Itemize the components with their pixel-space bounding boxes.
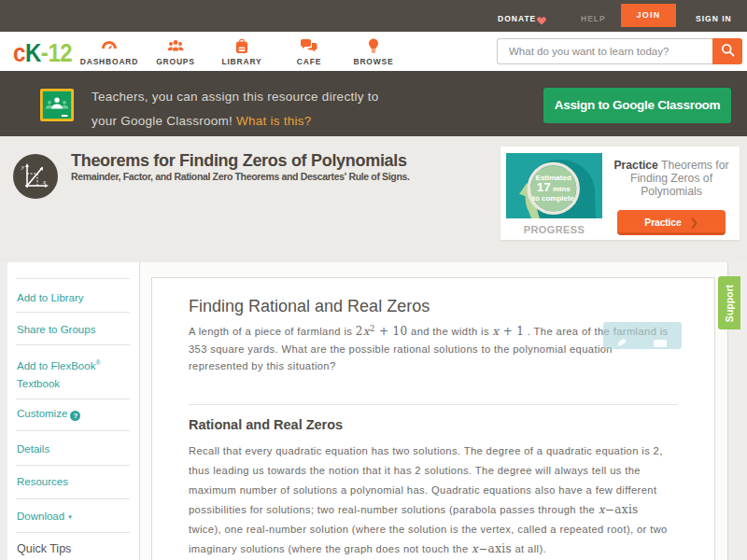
content-container: Add to Library Share to Groups Add to Fl… [7, 262, 728, 560]
support-tab[interactable]: Support [718, 276, 740, 329]
lesson-subtitle: Remainder, Factor, and Rational Zero The… [71, 171, 410, 182]
practice-thumbnail[interactable]: Estimated 17 mins to complete [506, 153, 602, 218]
caret-down-icon: ▾ [68, 513, 72, 520]
heart-icon [536, 12, 547, 29]
chevron-right-icon: ❯ [690, 217, 698, 228]
nav-item-label: GROUPS [138, 57, 213, 66]
practice-card: Estimated 17 mins to complete PROGRESS P… [500, 147, 740, 240]
subsection-title: Rational and Real Zeros [189, 417, 343, 432]
lesson-title: Theorems for Finding Zeros of Polynomial… [71, 151, 407, 171]
banner-text: Teachers, you can assign this resource d… [92, 85, 378, 133]
banner-line1: Teachers, you can assign this resource d… [92, 90, 378, 104]
sidebar-item-quick-tips[interactable]: Quick Tips [17, 540, 71, 559]
nav-item-label: CAFE [272, 57, 346, 66]
sidebar-divider [16, 465, 130, 466]
search-button[interactable] [712, 38, 742, 64]
nav-item-label: DASHBOARD [72, 57, 147, 66]
backpack-icon [204, 38, 279, 54]
nav-bar: cK-12 DASHBOARD GROUPS LIBRARY CAFE BROW… [0, 32, 747, 71]
practice-button[interactable]: Practice❯ [617, 210, 726, 235]
highlighter-icon[interactable] [616, 334, 627, 351]
sidebar-divider [16, 278, 130, 279]
content-area: Add to Library Share to Groups Add to Fl… [0, 262, 747, 560]
sidebar: Add to Library Share to Groups Add to Fl… [7, 262, 140, 560]
note-icon[interactable] [654, 334, 667, 351]
lesson-header-band: y x Theorems for Finding Zeros of Polyno… [0, 136, 747, 262]
polynomial-graph-icon: y x [13, 154, 58, 199]
section-divider [189, 404, 678, 405]
logo-letter-k: K [25, 39, 41, 67]
lesson-card: Finding Rational and Real Zeros A length… [151, 277, 715, 560]
nav-item-label: BROWSE [336, 57, 411, 66]
sidebar-item-add-to-flexbook[interactable]: Add to FlexBook®Textbook [17, 354, 101, 394]
sidebar-divider [16, 532, 130, 533]
gauge-icon [72, 38, 147, 54]
registered-mark: ® [95, 359, 100, 366]
inline-math: x−axis [472, 542, 512, 555]
logo-number: -12 [41, 39, 72, 67]
inline-math: 2x2 + 10 [356, 325, 408, 338]
practice-title-bold: Practice [613, 159, 657, 172]
nav-item-groups[interactable]: GROUPS [138, 38, 213, 66]
help-link[interactable]: HELP [581, 14, 606, 23]
nav-item-library[interactable]: LIBRARY [204, 38, 279, 66]
question-badge-icon: ? [70, 411, 80, 421]
sidebar-item-add-to-library[interactable]: Add to Library [17, 289, 84, 308]
sidebar-item-download[interactable]: Download▾ [17, 508, 72, 526]
banner-line2: your Google Classroom! [92, 114, 233, 128]
google-classroom-icon [40, 89, 74, 125]
sidebar-divider [16, 344, 130, 345]
body-paragraph: Recall that every quadratic equation has… [189, 441, 712, 559]
nav-item-dashboard[interactable]: DASHBOARD [72, 38, 147, 66]
top-bar: DONATE HELP JOIN SIGN IN [0, 0, 747, 32]
sidebar-item-customize[interactable]: Customize? [17, 405, 80, 424]
progress-label[interactable]: PROGRESS [506, 224, 602, 235]
sign-in-link[interactable]: SIGN IN [696, 14, 732, 23]
sidebar-divider [16, 399, 130, 399]
donate-link[interactable]: DONATE [498, 14, 536, 23]
sidebar-divider [16, 430, 130, 431]
search-input[interactable] [497, 38, 712, 64]
join-button[interactable]: JOIN [621, 4, 676, 27]
sidebar-item-details[interactable]: Details [17, 441, 49, 459]
nav-item-cafe[interactable]: CAFE [272, 38, 346, 66]
ck12-logo[interactable]: cK-12 [13, 41, 72, 66]
sidebar-divider [16, 498, 130, 499]
sidebar-item-share-to-groups[interactable]: Share to Groups [17, 321, 95, 340]
people-icon [138, 38, 213, 54]
estimate-line3: to complete [532, 194, 574, 203]
search-icon [721, 46, 735, 60]
annotation-popup[interactable] [603, 322, 682, 349]
lightbulb-icon [336, 38, 411, 54]
inline-math: x−axis [599, 503, 639, 516]
sidebar-divider [16, 312, 130, 313]
sidebar-item-resources[interactable]: Resources [17, 473, 68, 492]
practice-button-label: Practice [644, 217, 681, 228]
assign-to-google-classroom-button[interactable]: Assign to Google Classroom [543, 88, 731, 123]
inline-math: x + 1 [492, 325, 524, 338]
section-title: Finding Rational and Real Zeros [189, 296, 430, 316]
google-classroom-banner: Teachers, you can assign this resource d… [0, 71, 747, 136]
what-is-this-link[interactable]: What is this? [236, 114, 312, 128]
chat-icon [272, 38, 346, 54]
logo-letter-c: c [13, 39, 25, 67]
practice-card-title: Practice Theorems for Finding Zeros of P… [606, 160, 737, 198]
nav-item-label: LIBRARY [204, 57, 279, 66]
search-box [497, 38, 742, 64]
nav-item-browse[interactable]: BROWSE [336, 38, 411, 66]
